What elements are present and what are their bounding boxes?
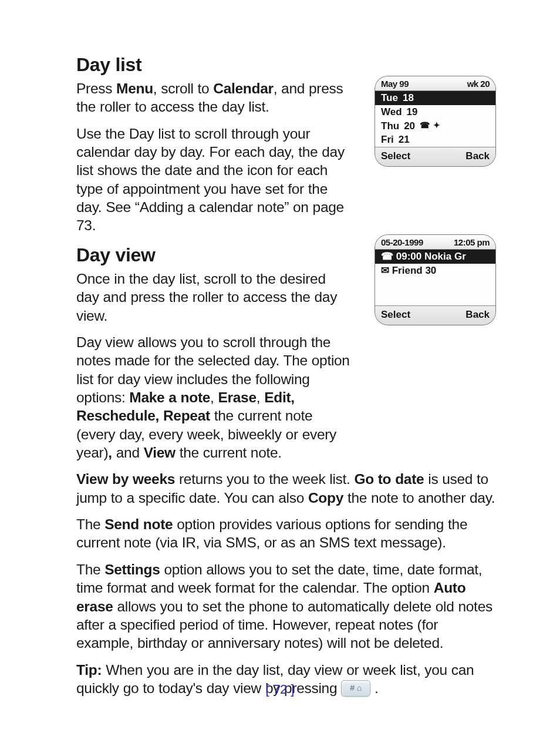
phone2-softkey-right: Back <box>465 308 490 321</box>
phone1-row3-day: Fri <box>381 133 394 146</box>
day-list-p1: Press Menu, scroll to Calendar, and pres… <box>76 79 352 116</box>
phone1-row1-day: Wed <box>381 106 402 119</box>
phone1-row2-icons: ☎ ✦ <box>420 120 440 131</box>
day-list-p2: Use the Day list to scroll through your … <box>76 125 352 235</box>
phone1-row1-date: 19 <box>407 106 418 119</box>
phone1-row2-day: Thu <box>381 120 399 133</box>
birthday-icon: ✦ <box>433 120 440 131</box>
send-note-p: The Send note option provides various op… <box>76 515 495 552</box>
figure-day-list-screen: May 99 wk 20 Tue 18 Wed 19 Thu 20 ☎ ✦ Fr… <box>375 76 495 166</box>
settings-p: The Settings option allows you to set th… <box>76 560 495 653</box>
page-number: [ 72 ] <box>0 681 560 698</box>
phone1-row2-date: 20 <box>404 120 415 133</box>
phone2-row1: ✉ Friend 30 <box>381 264 436 277</box>
phone1-row0-day: Tue <box>381 92 398 105</box>
day-view-p2: Day view allows you to scroll through th… <box>76 333 352 462</box>
phone2-softkey-left: Select <box>381 308 410 321</box>
phone1-row3-date: 21 <box>399 133 410 146</box>
phone1-top-left: May 99 <box>381 78 409 89</box>
figure-day-view-screen: 05-20-1999 12:05 pm ☎ 09:00 Nokia Gr ✉ F… <box>375 235 495 325</box>
phone-icon: ☎ <box>420 120 430 131</box>
phone1-top-right: wk 20 <box>467 78 490 89</box>
phone2-top-right: 12:05 pm <box>454 237 490 248</box>
phone2-row0: ☎ 09:00 Nokia Gr <box>381 250 466 263</box>
phone1-softkey-right: Back <box>465 150 490 163</box>
page: May 99 wk 20 Tue 18 Wed 19 Thu 20 ☎ ✦ Fr… <box>0 0 560 733</box>
phone2-top-left: 05-20-1999 <box>381 237 423 248</box>
phone1-row0-date: 18 <box>403 92 414 105</box>
phone1-softkey-left: Select <box>381 150 410 163</box>
day-view-p1: Once in the day list, scroll to the desi… <box>76 270 352 325</box>
view-by-weeks-p: View by weeks returns you to the week li… <box>76 470 495 507</box>
heading-day-list: Day list <box>76 53 495 77</box>
